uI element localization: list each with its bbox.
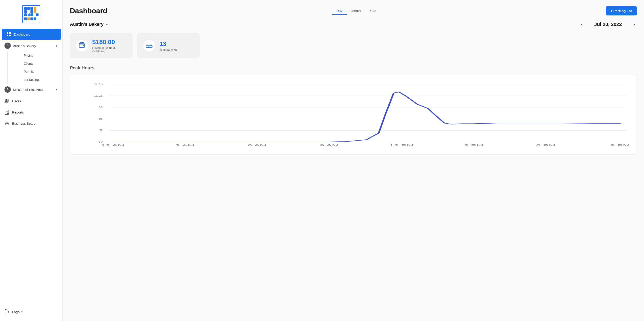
svg-rect-14 [27,18,30,20]
sidebar: P Dashboard P Austin's Bakery ▲ Pricing … [0,0,63,321]
svg-text:9 AM: 9 AM [320,144,339,147]
svg-text:0: 0 [98,140,103,144]
sidebar-item-pricing[interactable]: Pricing [20,52,62,60]
svg-rect-27 [7,112,8,114]
svg-rect-9 [34,7,36,10]
sidebar-item-permits[interactable]: Permits [20,68,62,76]
parkings-value: 13 [160,40,177,48]
parkings-label: Total parkings [160,48,177,51]
main-content: Dashboard Day Month Year + Parking Lot A… [63,0,644,321]
svg-text:3 AM: 3 AM [175,144,194,147]
svg-rect-5 [30,10,33,13]
sidebar-item-logout[interactable]: Logout [0,306,62,318]
dropdown-arrow-icon: ▼ [105,22,108,26]
revenue-value: $180.00 [92,38,115,46]
svg-text:6 AM: 6 AM [248,144,267,147]
svg-rect-10 [34,10,36,13]
svg-point-21 [5,99,7,101]
sidebar-item-users[interactable]: Users [0,95,62,106]
page-title: Dashboard [70,7,107,15]
chevron-up-icon: ▲ [55,44,58,47]
location-selector[interactable]: Austin's Bakery ▼ [70,22,108,27]
next-date-button[interactable]: › [632,21,637,28]
svg-text:12 PM: 12 PM [389,144,414,147]
parkings-card: 13 Total parkings [137,33,200,58]
svg-point-28 [6,123,8,124]
add-parking-lot-button[interactable]: + Parking Lot [606,6,637,16]
svg-rect-13 [34,18,36,20]
svg-rect-11 [24,18,27,20]
svg-rect-19 [7,35,8,36]
tab-group: Day Month Year [332,7,381,15]
lot-header-austins[interactable]: P Austin's Bakery ▲ [0,40,62,52]
svg-text:6: 6 [98,117,103,120]
svg-rect-17 [7,32,8,34]
lot-mission: P Mission of Sts. Pete... ▼ [0,84,62,95]
peak-hours-line [113,92,620,142]
svg-text:12: 12 [94,94,103,97]
logo-area: P [0,0,62,29]
sidebar-item-dashboard[interactable]: Dashboard [2,29,61,40]
revenue-info: $180.00 Revenue (without violations) [92,38,115,53]
business-setup-label: Business Setup [12,122,36,125]
svg-rect-32 [146,46,152,48]
svg-rect-20 [9,35,11,36]
lot-austins-bakery: P Austin's Bakery ▲ Pricing Clients Perm… [0,40,62,84]
logout-label: Logout [12,310,22,314]
svg-rect-3 [30,7,33,10]
date-navigation: ‹ Jul 20, 2022 › [579,21,637,28]
svg-text:3: 3 [98,129,103,132]
svg-rect-2 [27,7,30,10]
location-name: Austin's Bakery [70,22,104,27]
svg-text:12 AM: 12 AM [101,144,125,147]
lot-icon-austins: P [4,42,11,49]
reports-label: Reports [12,110,24,114]
chart-container: 15 12 9 6 3 0 12 AM 3 AM [70,74,637,155]
svg-point-34 [150,47,151,48]
svg-rect-18 [9,32,11,34]
sidebar-bottom: Logout [0,303,62,321]
svg-rect-1 [24,7,27,10]
sub-nav-austins: Pricing Clients Permits Lot Settings [7,52,62,84]
sidebar-item-clients[interactable]: Clients [20,60,62,68]
svg-point-22 [8,100,9,101]
reports-icon [4,110,10,114]
svg-text:P: P [27,12,29,17]
svg-rect-8 [30,14,33,16]
car-icon-wrap [143,40,155,52]
tab-month[interactable]: Month [347,7,365,15]
users-label: Users [12,99,21,103]
svg-point-33 [147,47,148,48]
peak-hours-section: Peak Hours 15 12 9 6 [70,65,637,155]
prev-date-button[interactable]: ‹ [579,21,584,28]
dashboard-label: Dashboard [14,32,30,36]
svg-text:9 PM: 9 PM [610,144,630,147]
svg-rect-6 [24,14,27,16]
svg-rect-31 [83,45,84,46]
chart-title: Peak Hours [70,65,637,70]
sidebar-item-business-setup[interactable]: Business Setup [0,118,62,129]
svg-text:9: 9 [98,106,103,109]
date-row: Austin's Bakery ▼ ‹ Jul 20, 2022 › [70,21,637,28]
svg-rect-4 [24,10,27,13]
peak-hours-chart: 15 12 9 6 3 0 12 AM 3 AM [74,80,633,151]
sidebar-item-lot-settings[interactable]: Lot Settings [20,76,62,84]
grid-icon [6,32,11,37]
users-icon [4,98,10,104]
svg-rect-12 [30,18,33,20]
current-date: Jul 20, 2022 [588,22,628,27]
lot-name-mission: Mission of Sts. Pete... [13,88,46,92]
sidebar-item-reports[interactable]: Reports [0,106,62,118]
header-row: Dashboard Day Month Year + Parking Lot [70,6,637,16]
logo-icon: P [22,5,40,23]
revenue-label: Revenue (without violations) [92,46,115,53]
svg-text:6 PM: 6 PM [536,144,556,147]
lot-header-mission[interactable]: P Mission of Sts. Pete... ▼ [0,84,62,95]
wallet-icon [79,42,85,49]
chevron-down-icon: ▼ [55,88,58,91]
gear-icon [4,121,10,126]
tab-day[interactable]: Day [332,7,347,15]
svg-text:3 PM: 3 PM [464,144,484,147]
lot-icon-mission: P [4,86,11,93]
tab-year[interactable]: Year [365,7,381,15]
